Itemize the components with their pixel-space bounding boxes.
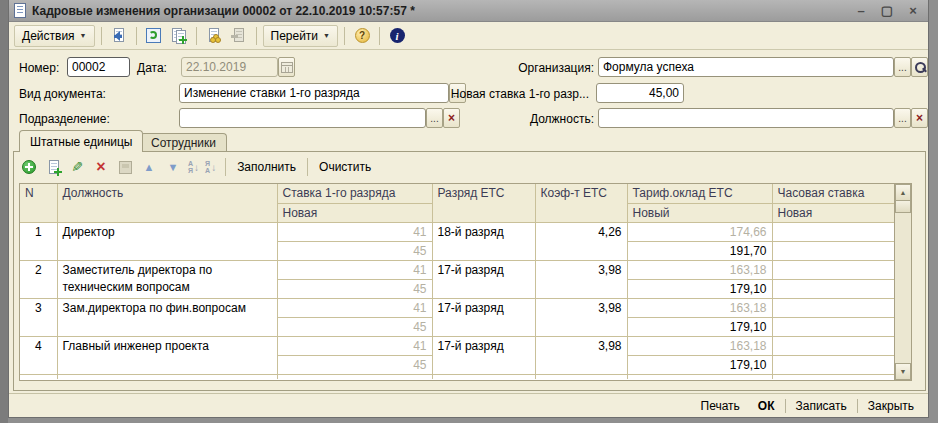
scroll-down-button[interactable]: ▼ — [895, 363, 911, 380]
col-subheader-hourly-new: Новая — [772, 203, 894, 222]
go-menu-button[interactable]: Перейти ▼ — [263, 25, 339, 47]
cell-position[interactable]: Главный инженер проекта — [57, 336, 277, 374]
copy-button[interactable] — [168, 25, 190, 47]
move-down-button[interactable]: ▼ — [164, 158, 182, 176]
document-window: Кадровые изменения организации 00002 от … — [8, 0, 929, 418]
doctype-field[interactable]: Изменение ставки 1-го разряда — [179, 83, 449, 103]
cell-rate-old[interactable]: 41 — [277, 222, 432, 241]
organization-select-button[interactable]: ... — [894, 57, 911, 77]
sort-desc-button[interactable]: Я А ↓ — [205, 160, 216, 174]
cell-oklad-new[interactable]: 179,10 — [627, 355, 772, 374]
cell-hourly-new[interactable] — [772, 241, 894, 260]
cell-position[interactable]: Зам.директора по фин.вопросам — [57, 298, 277, 336]
col-header-hourly: Часовая ставка — [772, 184, 894, 203]
doc-gray-icon — [230, 27, 247, 44]
finish-edit-icon — [119, 161, 132, 174]
delete-row-button[interactable]: × — [92, 158, 110, 176]
add-row-button[interactable] — [20, 158, 38, 176]
cell-hourly-new[interactable] — [772, 279, 894, 298]
cell-razryad[interactable]: 17-й разряд — [432, 260, 535, 298]
number-field[interactable]: 00002 — [67, 57, 130, 77]
department-select-button[interactable]: ... — [426, 108, 443, 128]
cell-oklad-new[interactable]: 191,70 — [627, 241, 772, 260]
move-up-button[interactable]: ▲ — [140, 158, 158, 176]
vertical-scrollbar[interactable]: ▲ ▼ — [895, 183, 912, 381]
info-button[interactable]: i — [386, 25, 408, 47]
undo-post-button — [228, 25, 250, 47]
maximize-button[interactable]: ▢ — [877, 2, 897, 20]
sort-letter: А — [205, 167, 210, 174]
cell-oklad-old[interactable]: 163,18 — [627, 298, 772, 317]
cell-rate-new[interactable]: 45 — [277, 279, 432, 298]
main-toolbar: Действия ▼ — [9, 22, 928, 50]
cell-oklad-old[interactable]: 174,66 — [627, 222, 772, 241]
tab-employees[interactable]: Сотрудники — [140, 133, 227, 151]
position-clear-button[interactable]: × — [911, 108, 928, 128]
sort-letter: Я — [205, 160, 210, 167]
cell-hourly-old[interactable] — [772, 336, 894, 355]
cell-hourly-new[interactable] — [772, 317, 894, 336]
cell-rate-old[interactable]: 41 — [277, 298, 432, 317]
cell-position[interactable]: Директор — [57, 222, 277, 260]
sort-asc-button[interactable]: А Я ↓ — [188, 160, 199, 174]
toolbar-separator — [136, 27, 137, 45]
cell-n[interactable]: 4 — [20, 336, 57, 374]
close-button[interactable]: × — [903, 2, 923, 20]
organization-search-button[interactable] — [911, 57, 928, 77]
table-row: 1 Директор 41 18-й разряд 4,26 174,66 — [20, 222, 894, 241]
edit-row-button[interactable]: ✎ — [68, 158, 86, 176]
position-field[interactable] — [598, 108, 894, 128]
actions-menu-button[interactable]: Действия ▼ — [14, 25, 95, 47]
staff-table-body: N Должность Ставка 1-го разряда Разряд Е… — [19, 183, 895, 381]
cell-oklad-new[interactable]: 179,10 — [627, 279, 772, 298]
cell-oklad-new[interactable]: 179,10 — [627, 317, 772, 336]
cell-koef[interactable]: 3,98 — [535, 298, 627, 336]
minimize-button[interactable]: – — [851, 2, 871, 20]
cell-rate-new[interactable]: 45 — [277, 355, 432, 374]
cell-razryad[interactable]: 18-й разряд — [432, 222, 535, 260]
cell-oklad-old[interactable]: 163,18 — [627, 260, 772, 279]
cell-rate-old[interactable]: 41 — [277, 336, 432, 355]
cell-koef[interactable]: 4,26 — [535, 222, 627, 260]
organization-field[interactable]: Формула успеха — [598, 57, 894, 77]
cell-hourly-new[interactable] — [772, 355, 894, 374]
fill-button[interactable]: Заполнить — [235, 160, 298, 174]
cell-n[interactable]: 2 — [20, 260, 57, 298]
refresh-button[interactable] — [143, 25, 165, 47]
cell-razryad[interactable]: 17-й разряд — [432, 298, 535, 336]
cell-position[interactable]: Заместитель директора по техническим воп… — [57, 260, 277, 298]
cell-rate-new[interactable]: 45 — [277, 317, 432, 336]
cell-rate-new[interactable]: 45 — [277, 241, 432, 260]
post-document-button[interactable] — [203, 25, 225, 47]
cell-n[interactable]: 1 — [20, 222, 57, 260]
save-button[interactable]: Записать — [788, 397, 855, 415]
cell-koef[interactable]: 3,98 — [535, 336, 627, 374]
toolbar-separator — [196, 27, 197, 45]
help-button[interactable]: ? — [351, 25, 373, 47]
scroll-track[interactable] — [895, 213, 911, 363]
cell-razryad[interactable]: 17-й разряд — [432, 336, 535, 374]
copy-plus-icon — [45, 159, 62, 176]
cell-hourly-old[interactable] — [772, 222, 894, 241]
cell-koef[interactable]: 3,98 — [535, 260, 627, 298]
scroll-mini-button[interactable] — [895, 201, 911, 213]
cell-n[interactable]: 3 — [20, 298, 57, 336]
position-select-button[interactable]: ... — [894, 108, 911, 128]
tab-staff-units[interactable]: Штатные единицы — [19, 130, 143, 152]
cell-oklad-old[interactable]: 163,18 — [627, 336, 772, 355]
department-clear-button[interactable]: × — [443, 108, 460, 128]
clear-table-button[interactable]: Очистить — [317, 160, 373, 174]
print-button[interactable]: Печать — [693, 397, 748, 415]
cell-hourly-old[interactable] — [772, 260, 894, 279]
ok-button[interactable]: ОК — [750, 397, 783, 415]
post-and-close-button[interactable] — [108, 25, 130, 47]
date-field[interactable]: 22.10.2019 — [181, 57, 278, 77]
cell-hourly-old[interactable] — [772, 298, 894, 317]
copy-row-button[interactable] — [44, 158, 62, 176]
scroll-up-button[interactable]: ▲ — [895, 184, 911, 201]
col-header-rate: Ставка 1-го разряда — [277, 184, 432, 203]
cell-rate-old[interactable]: 41 — [277, 260, 432, 279]
department-field[interactable] — [179, 108, 426, 128]
newrate-field[interactable]: 45,00 — [596, 83, 684, 103]
close-form-button[interactable]: Закрыть — [860, 397, 922, 415]
